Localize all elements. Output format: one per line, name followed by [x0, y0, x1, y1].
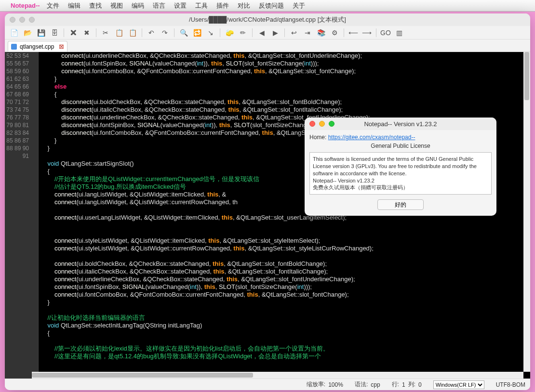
- goto-icon[interactable]: ↘: [205, 27, 216, 38]
- home-row: Home: https://gitee.com/cxasm/notepad--: [309, 134, 492, 141]
- titlebar: /Users/████/work/CCNotePad/qtlangset.cpp…: [5, 13, 530, 26]
- license-box: This software is licensed under the term…: [309, 152, 492, 195]
- right-icon[interactable]: ⟶: [361, 27, 372, 38]
- line-numbers: 52 53 54 55 56 57 58 59 60 61 62 63 64 6…: [5, 52, 32, 379]
- dialog-title: Notepad-- Version v1.23.2: [305, 120, 496, 128]
- dialog-titlebar: Notepad-- Version v1.23.2: [305, 118, 496, 130]
- encoding-label[interactable]: UTF8-BOM: [496, 381, 525, 388]
- saveall-icon[interactable]: 🗄: [49, 27, 60, 38]
- wrap-icon[interactable]: ↩: [289, 27, 299, 38]
- fold-gutter[interactable]: [32, 52, 39, 379]
- zoom-segment: 缩放率: 100%: [307, 380, 343, 389]
- tab-label: qtlangset.cpp: [20, 43, 54, 50]
- find-icon[interactable]: 🔍: [178, 27, 189, 38]
- menu-语言[interactable]: 语言: [153, 2, 165, 9]
- nav2-icon[interactable]: ▶: [270, 27, 281, 38]
- replace-icon[interactable]: 🔁: [192, 27, 202, 38]
- about-dialog: Notepad-- Version v1.23.2 Home: https://…: [305, 118, 496, 216]
- window-title: /Users/████/work/CCNotePad/qtlangset.cpp…: [5, 15, 530, 24]
- save-icon[interactable]: 💾: [36, 27, 46, 38]
- menu-编辑[interactable]: 编辑: [68, 2, 80, 9]
- open-icon[interactable]: 📂: [22, 27, 33, 38]
- toolbar: 📄📂💾🗄🗙✖✂📋📋↶↷🔍🔁↘🧽✏◀▶↩⇥📚⚙⟵⟶GO▥: [5, 26, 530, 39]
- nav1-icon[interactable]: ◀: [256, 27, 267, 38]
- macos-menubar: Notepad-- 文件编辑查找视图编码语言设置工具插件对比反馈问题关于: [0, 0, 535, 12]
- menu-文件[interactable]: 文件: [47, 2, 59, 9]
- mark-icon[interactable]: ✏: [238, 27, 248, 38]
- copy-icon[interactable]: 📋: [114, 27, 124, 38]
- new-icon[interactable]: 📄: [9, 27, 19, 38]
- paste-icon[interactable]: 📋: [127, 27, 138, 38]
- indent-icon[interactable]: ⇥: [302, 27, 313, 38]
- app-name[interactable]: Notepad--: [11, 2, 40, 9]
- menu-工具[interactable]: 工具: [195, 2, 208, 9]
- menu-查找[interactable]: 查找: [89, 2, 102, 9]
- gear-icon[interactable]: ⚙: [329, 27, 340, 38]
- vertical-scrollbar[interactable]: [523, 52, 530, 372]
- statusbar: 缩放率: 100% 语法: cpp 行: 1 列: 0 Windows(CR L…: [5, 379, 530, 390]
- left-icon[interactable]: ⟵: [348, 27, 359, 38]
- undo-icon[interactable]: ↶: [146, 27, 157, 38]
- menu-对比[interactable]: 对比: [238, 2, 250, 9]
- menu-视图[interactable]: 视图: [110, 2, 123, 9]
- ok-button[interactable]: 好的: [377, 199, 424, 210]
- home-link[interactable]: https://gitee.com/cxasm/notepad--: [328, 134, 415, 141]
- cut-icon[interactable]: ✂: [100, 27, 111, 38]
- books-icon[interactable]: 📚: [316, 27, 326, 38]
- menu-关于[interactable]: 关于: [293, 2, 305, 9]
- position-segment: 行: 1 列: 0: [392, 380, 422, 389]
- tab-active[interactable]: qtlangset.cpp ⊠: [8, 41, 67, 52]
- tabbar: qtlangset.cpp ⊠: [5, 39, 530, 52]
- horizontal-scrollbar[interactable]: [32, 372, 523, 379]
- menu-编码[interactable]: 编码: [132, 2, 144, 9]
- lang-segment: 语法: cpp: [355, 380, 380, 389]
- close-icon[interactable]: 🗙: [68, 27, 79, 38]
- closeall-icon[interactable]: ✖: [81, 27, 92, 38]
- file-icon: [11, 44, 17, 50]
- eol-select[interactable]: Windows(CR LF): [433, 380, 484, 389]
- erase-icon[interactable]: 🧽: [224, 27, 235, 38]
- menu-设置[interactable]: 设置: [174, 2, 187, 9]
- menu-插件[interactable]: 插件: [216, 2, 229, 9]
- go-icon[interactable]: GO: [380, 27, 391, 38]
- menu-反馈问题[interactable]: 反馈问题: [259, 2, 284, 9]
- close-tab-icon[interactable]: ⊠: [59, 43, 64, 50]
- license-header: General Public License: [309, 143, 492, 149]
- split-icon[interactable]: ▥: [394, 27, 404, 38]
- redo-icon[interactable]: ↷: [160, 27, 170, 38]
